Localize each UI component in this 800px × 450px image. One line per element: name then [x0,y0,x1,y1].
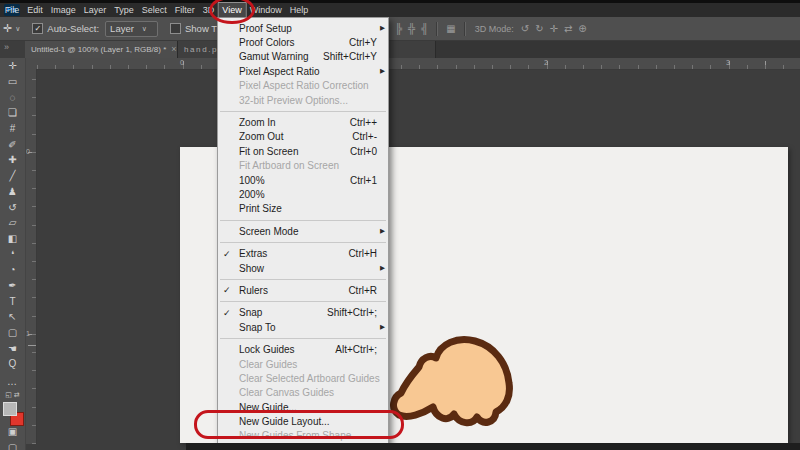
menu-item-shortcut: Ctrl+0 [350,146,377,157]
vertical-ruler[interactable]: 01 [25,69,37,444]
view-menu-item-rulers[interactable]: ✓RulersCtrl+R [218,283,388,297]
menu-item-label: Zoom Out [239,131,283,142]
color-swatches[interactable] [3,402,23,426]
auto-select-checkbox[interactable] [32,23,43,34]
menubar-item-layer[interactable]: Layer [80,3,111,17]
rectangular-marquee-tool[interactable]: ▭ [0,74,25,90]
spot-healing-brush-tool[interactable]: ✚ [0,152,25,168]
view-menu-items: Proof Setup▶Proof ColorsCtrl+YGamut Warn… [218,21,388,443]
view-menu-item-zoom-in[interactable]: Zoom InCtrl++ [218,115,388,129]
type-tool[interactable]: T [0,293,25,309]
zoom-tool[interactable]: Q [0,356,25,372]
menubar-item-filter[interactable]: Filter [171,3,199,17]
menubar-item-select[interactable]: Select [138,3,171,17]
hand-tool[interactable]: ☚ [0,340,25,356]
move-tool[interactable]: ✛ [0,58,25,74]
collapse-panels-icon[interactable]: » [4,42,9,52]
view-menu-item-proof-colors[interactable]: Proof ColorsCtrl+Y [218,35,388,49]
view-menu-item-200[interactable]: 200% [218,187,388,201]
view-menu-item-print-size[interactable]: Print Size [218,202,388,216]
menu-item-shortcut: Ctrl++ [350,117,377,128]
menu-separator [220,279,386,280]
align-center-icon[interactable]: ╬ [408,23,415,34]
foreground-color-swatch[interactable] [3,402,17,416]
menubar-item-file[interactable]: File [1,3,24,17]
crop-tool[interactable]: # [0,121,25,137]
eraser-tool[interactable]: ▱ [0,215,25,231]
view-menu-item-gamut-warning[interactable]: Gamut WarningShift+Ctrl+Y [218,50,388,64]
dodge-tool[interactable]: ◔ [0,262,25,278]
view-menu-item-snap-to[interactable]: Snap To▶ [218,320,388,334]
view-menu-item-100[interactable]: 100%Ctrl+1 [218,173,388,187]
menu-item-label: 100% [239,175,265,186]
menu-item-label: Snap [239,307,262,318]
show-transform-controls-checkbox[interactable] [170,23,181,34]
3d-drag-icon[interactable]: ✛ [550,23,558,34]
3d-roll-icon[interactable]: ↻ [535,23,543,34]
auto-select-target-value: Layer [110,22,134,36]
tool-preset-chevron-icon[interactable]: ∨ [15,25,20,33]
menubar-item-image[interactable]: Image [47,3,80,17]
ruler-number: 2 [544,59,548,66]
ruler-number: 1 [26,330,30,337]
submenu-arrow-icon: ▶ [380,323,385,331]
quick-selection-tool[interactable]: ❏ [0,105,25,121]
menu-separator [220,242,386,243]
3d-rotate-icon[interactable]: ↺ [521,23,529,34]
3d-slide-icon[interactable]: ⇄ [564,23,572,34]
menubar-item-help[interactable]: Help [286,3,313,17]
divider [464,22,466,36]
horizontal-ruler[interactable]: 0123 [36,58,800,70]
eyedropper-tool[interactable]: ✐ [0,136,25,152]
menu-item-label: Proof Colors [239,37,295,48]
align-left-icon[interactable]: ╠ [395,23,402,34]
screen-mode-icon[interactable]: ▢ [0,442,25,450]
history-brush-tool[interactable]: ↺ [0,199,25,215]
document-tab-bar: Untitled-1 @ 100% (Layer 1, RGB/8) *×han… [25,40,800,58]
view-menu-item-extras[interactable]: ✓ExtrasCtrl+H [218,246,388,260]
menu-item-label: Snap To [239,322,276,333]
3d-scale-icon[interactable]: ⊕ [578,23,586,34]
align-right-icon[interactable]: ╣ [421,23,428,34]
view-menu-item-snap[interactable]: ✓SnapShift+Ctrl+; [218,306,388,320]
tab-close-icon[interactable]: × [171,44,176,54]
document-tab[interactable]: Untitled-1 @ 100% (Layer 1, RGB/8) *× [25,40,178,58]
menu-item-label: 200% [239,189,265,200]
view-menu-item-show[interactable]: Show▶ [218,261,388,275]
view-menu-item-screen-mode[interactable]: Screen Mode▶ [218,224,388,238]
brush-tool[interactable]: ╱ [0,168,25,184]
auto-select-label: Auto-Select: [47,23,99,34]
quick-mask-icon[interactable]: ▣ [0,426,25,437]
view-menu-item-clear-selected-artboard-guides: Clear Selected Artboard Guides [218,371,388,385]
default-swap-colors-icon[interactable]: ◱ ⇄ [0,391,25,399]
view-menu-item-lock-guides[interactable]: Lock GuidesAlt+Ctrl+; [218,342,388,356]
tab-label: Untitled-1 @ 100% (Layer 1, RGB/8) * [31,45,166,54]
view-menu-item-fit-on-screen[interactable]: Fit on ScreenCtrl+0 [218,144,388,158]
view-menu-item-32-bit-preview-options: 32-bit Preview Options... [218,93,388,107]
submenu-arrow-icon: ▶ [380,67,385,75]
menubar-item-edit[interactable]: Edit [23,3,47,17]
path-selection-tool[interactable]: ↖ [0,309,25,325]
menu-bar-items: FileEditImageLayerTypeSelectFilter3DView… [1,3,313,17]
edit-toolbar-ellipsis-icon[interactable]: … [0,376,25,387]
distribute-icon[interactable]: ▦ [446,23,455,34]
ruler-number: 0 [26,148,30,155]
move-tool-icon: ✛ [3,22,12,35]
auto-select-target-dropdown[interactable]: Layer ∨ [105,21,158,37]
menu-item-label: Lock Guides [239,344,295,355]
view-menu-item-pixel-aspect-ratio[interactable]: Pixel Aspect Ratio▶ [218,64,388,78]
checkmark-icon: ✓ [223,308,231,318]
blur-tool[interactable]: ❛ [0,246,25,262]
lasso-tool[interactable]: ◌ [0,89,25,105]
tools-panel: ✛▭◌❏#✐✚╱♟↺▱◧❛◔✒T↖▢☚Q … ◱ ⇄ ▣ ▢ [0,58,26,450]
clone-stamp-tool[interactable]: ♟ [0,184,25,200]
menu-item-shortcut: Shift+Ctrl+; [327,307,377,318]
menu-item-label: Screen Mode [239,226,298,237]
menubar-item-type[interactable]: Type [110,3,138,17]
gradient-tool[interactable]: ◧ [0,231,25,247]
view-menu-item-zoom-out[interactable]: Zoom OutCtrl+- [218,130,388,144]
rectangle-shape-tool[interactable]: ▢ [0,325,25,341]
menu-item-label: Rulers [239,285,268,296]
view-menu-item-proof-setup[interactable]: Proof Setup▶ [218,21,388,35]
pen-tool[interactable]: ✒ [0,278,25,294]
